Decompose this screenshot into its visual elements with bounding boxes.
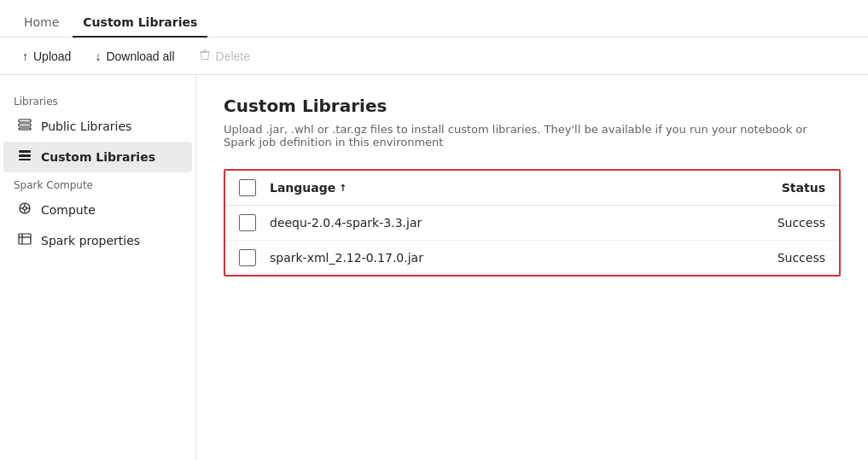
- delete-button[interactable]: Delete: [190, 44, 259, 67]
- spark-properties-label: Spark properties: [41, 234, 140, 247]
- spark-properties-icon: [17, 232, 32, 249]
- spark-compute-section-label: Spark Compute: [0, 172, 195, 195]
- download-all-label: Download all: [106, 49, 174, 63]
- main-layout: Libraries Public Libraries Custom Librar…: [0, 75, 868, 460]
- sidebar-item-spark-properties[interactable]: Spark properties: [3, 225, 192, 256]
- table-row: deequ-2.0.4-spark-3.3.jar Success: [225, 206, 839, 241]
- svg-rect-2: [19, 119, 31, 122]
- upload-icon: ↑: [22, 49, 28, 63]
- download-icon: ↓: [95, 49, 101, 63]
- column-language[interactable]: Language ↑: [270, 181, 740, 195]
- svg-rect-6: [19, 154, 31, 157]
- public-libraries-label: Public Libraries: [41, 119, 131, 133]
- svg-point-9: [23, 207, 26, 210]
- libraries-section-label: Libraries: [0, 89, 195, 111]
- top-nav: Home Custom Libraries: [0, 0, 868, 38]
- upload-label: Upload: [33, 49, 71, 63]
- column-status: Status: [740, 181, 825, 195]
- row-checkbox-1[interactable]: [239, 214, 256, 231]
- custom-libraries-label: Custom Libraries: [41, 150, 155, 164]
- row-status-2: Success: [740, 251, 825, 265]
- page-description: Upload .jar, .whl or .tar.gz files to in…: [224, 123, 841, 148]
- sort-arrow-icon: ↑: [339, 183, 347, 194]
- libraries-table: Language ↑ Status deequ-2.0.4-spark-3.3.…: [224, 169, 841, 277]
- compute-label: Compute: [41, 203, 96, 217]
- download-all-button[interactable]: ↓ Download all: [86, 45, 183, 67]
- table-row: spark-xml_2.12-0.17.0.jar Success: [225, 241, 839, 275]
- custom-libraries-icon: [17, 148, 32, 166]
- column-language-label: Language: [270, 181, 335, 195]
- svg-rect-7: [19, 159, 31, 160]
- svg-rect-1: [203, 49, 207, 50]
- row-filename-1: deequ-2.0.4-spark-3.3.jar: [270, 216, 740, 230]
- nav-item-home[interactable]: Home: [14, 9, 69, 38]
- content-area: Custom Libraries Upload .jar, .whl or .t…: [196, 75, 868, 460]
- svg-rect-3: [19, 124, 31, 126]
- sidebar-item-public-libraries[interactable]: Public Libraries: [3, 111, 192, 142]
- row-status-1: Success: [740, 216, 825, 230]
- svg-rect-4: [19, 128, 31, 130]
- sidebar-item-compute[interactable]: Compute: [3, 195, 192, 225]
- select-all-checkbox[interactable]: [239, 179, 256, 196]
- delete-icon: [199, 49, 211, 63]
- sidebar-item-custom-libraries[interactable]: Custom Libraries: [3, 142, 192, 172]
- row-filename-2: spark-xml_2.12-0.17.0.jar: [270, 251, 740, 265]
- compute-icon: [17, 201, 32, 218]
- row-checkbox-2[interactable]: [239, 249, 256, 266]
- table-header: Language ↑ Status: [225, 171, 839, 206]
- svg-rect-5: [19, 150, 31, 153]
- svg-rect-14: [19, 234, 31, 244]
- nav-item-custom-libraries[interactable]: Custom Libraries: [73, 9, 207, 38]
- page-title: Custom Libraries: [224, 96, 841, 116]
- toolbar: ↑ Upload ↓ Download all Delete: [0, 38, 868, 75]
- upload-button[interactable]: ↑ Upload: [14, 45, 79, 67]
- delete-label: Delete: [216, 49, 250, 63]
- sidebar: Libraries Public Libraries Custom Librar…: [0, 75, 196, 460]
- public-libraries-icon: [17, 118, 32, 135]
